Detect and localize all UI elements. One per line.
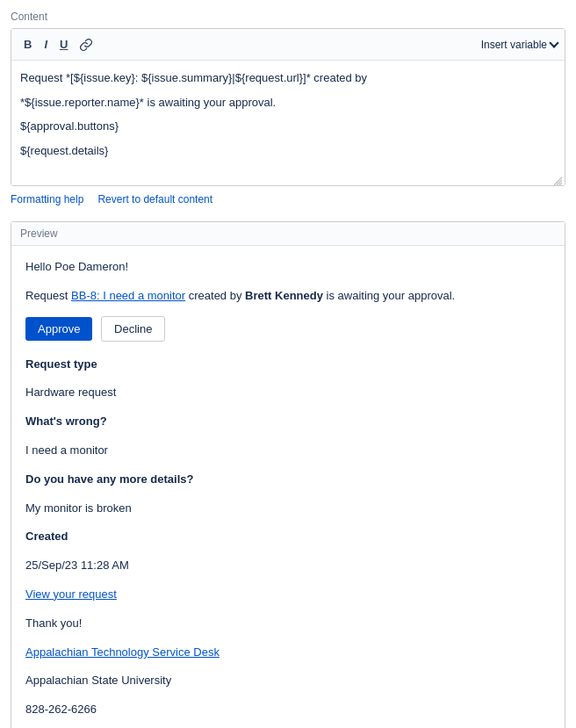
underline-button[interactable]: U	[54, 34, 73, 54]
preview-action-buttons: Approve Decline	[25, 316, 551, 342]
detail-value-3: 25/Sep/23 11:28 AM	[25, 557, 551, 575]
detail-value-0: Hardware request	[25, 384, 551, 402]
preview-thank-you: Thank you!	[25, 615, 551, 633]
chevron-down-icon	[549, 38, 558, 47]
bold-button[interactable]: B	[18, 34, 37, 54]
editor-body[interactable]: Request *[${issue.key}: ${issue.summary}…	[11, 61, 565, 175]
preview-request-line: Request BB-8: I need a monitor created b…	[25, 287, 551, 306]
preview-label: Preview	[11, 222, 565, 246]
editor-line-1: Request *[${issue.key}: ${issue.summary}…	[20, 69, 556, 87]
preview-greeting: Hello Poe Dameron!	[25, 258, 551, 277]
detail-value-1: I need a monitor	[25, 442, 551, 460]
resize-grip-icon	[553, 177, 562, 185]
resize-handle[interactable]	[11, 175, 565, 185]
preview-body: Hello Poe Dameron! Request BB-8: I need …	[11, 246, 565, 728]
editor-line-5: ${request.details}	[20, 142, 556, 160]
preview-section: Preview Hello Poe Dameron! Request BB-8:…	[11, 221, 565, 728]
detail-label-1: What's wrong?	[25, 413, 551, 431]
preview-details: Request typeHardware requestWhat's wrong…	[25, 356, 551, 575]
link-button[interactable]	[75, 35, 97, 54]
detail-label-0: Request type	[25, 356, 551, 374]
preview-requester-name: Brett Kennedy	[245, 289, 323, 302]
preview-service-desk: Appalachian Technology Service Desk	[25, 644, 551, 662]
insert-variable-label: Insert variable	[481, 39, 547, 51]
revert-default-link[interactable]: Revert to default content	[97, 193, 212, 205]
view-request-link[interactable]: View your request	[25, 587, 117, 601]
detail-label-2: Do you have any more details?	[25, 471, 551, 489]
preview-university: Appalachian State University	[25, 672, 551, 690]
italic-button[interactable]: I	[39, 34, 53, 54]
preview-request-before: Request	[25, 289, 71, 302]
detail-label-3: Created	[25, 528, 551, 546]
toolbar-format-buttons: B I U	[18, 34, 97, 54]
editor-links: Formatting help Revert to default conten…	[11, 193, 565, 205]
detail-value-2: My monitor is broken	[25, 500, 551, 518]
preview-request-after: created by	[185, 289, 245, 302]
preview-view-request: View your request	[25, 586, 551, 604]
svg-line-0	[557, 180, 562, 185]
editor-toolbar: B I U Insert variable	[11, 29, 565, 61]
preview-request-end: is awaiting your approval.	[323, 289, 455, 302]
service-desk-link[interactable]: Appalachian Technology Service Desk	[25, 645, 220, 659]
preview-request-link[interactable]: BB-8: I need a monitor	[71, 289, 185, 302]
insert-variable-button[interactable]: Insert variable	[481, 39, 558, 51]
link-icon	[80, 39, 92, 51]
editor-line-2: *${issue.reporter.name}* is awaiting you…	[20, 94, 556, 112]
editor-line-4: ${approval.buttons}	[20, 118, 556, 135]
content-label: Content	[11, 11, 565, 23]
approve-button[interactable]: Approve	[25, 317, 92, 341]
preview-phone: 828-262-6266	[25, 701, 551, 719]
content-editor: B I U Insert variable Request *[${issue.…	[11, 28, 565, 186]
decline-button[interactable]: Decline	[101, 316, 165, 342]
svg-line-1	[559, 183, 562, 185]
formatting-help-link[interactable]: Formatting help	[11, 193, 83, 205]
